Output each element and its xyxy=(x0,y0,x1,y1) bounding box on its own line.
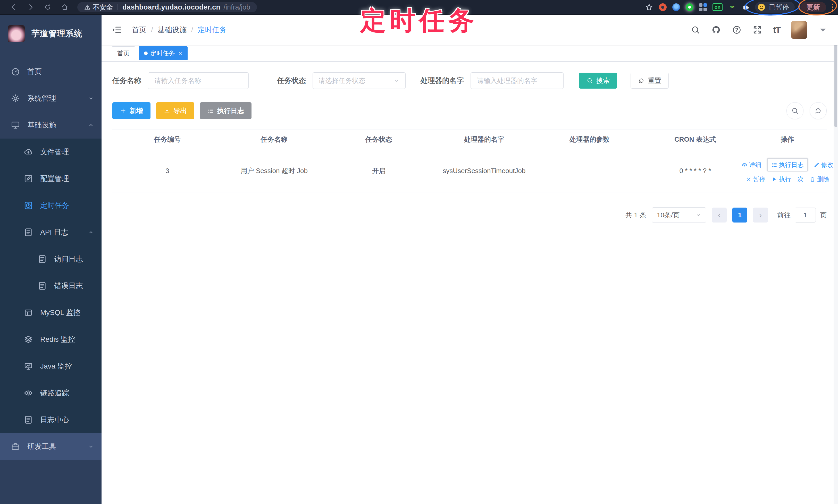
browser-back-icon[interactable] xyxy=(10,3,18,11)
page-content: 任务名称 任务状态 请选择任务状态 处理器的名字 搜索 xyxy=(102,61,838,504)
on-badge[interactable]: on xyxy=(713,3,722,11)
close-icon[interactable]: × xyxy=(179,50,182,57)
search-icon xyxy=(791,107,799,114)
monitor-icon xyxy=(11,121,20,130)
user-avatar[interactable] xyxy=(791,21,807,39)
prev-page-button[interactable]: ‹ xyxy=(712,208,727,222)
tag-scheduled-jobs[interactable]: 定时任务 × xyxy=(139,46,188,60)
tag-home[interactable]: 首页 xyxy=(112,46,135,60)
sidebar-item-java-monitor[interactable]: Java 监控 xyxy=(0,353,102,380)
browser-forward-icon[interactable] xyxy=(27,3,35,11)
caret-down-icon[interactable] xyxy=(818,25,828,35)
sidebar-item-label: Redis 监控 xyxy=(40,335,94,344)
fullscreen-icon[interactable] xyxy=(752,25,762,35)
tag-label: 定时任务 xyxy=(150,49,175,57)
puzzle-extensions-icon[interactable] xyxy=(741,3,749,11)
sidebar-menu: 首页 系统管理 基础设施 文件管理 配置管理 xyxy=(0,58,102,460)
hide-search-button[interactable] xyxy=(786,102,803,119)
action-exec-log[interactable]: 执行日志 xyxy=(767,158,808,172)
search-icon xyxy=(587,77,593,84)
current-page[interactable]: 1 xyxy=(732,208,747,222)
extension-icon[interactable] xyxy=(672,3,680,11)
profile-paused-chip[interactable]: 已暂停 xyxy=(755,2,795,13)
display-icon xyxy=(24,362,33,371)
add-button[interactable]: 新增 xyxy=(112,102,151,119)
sidebar-item-config-manage[interactable]: 配置管理 xyxy=(0,165,102,192)
job-name-label: 任务名称 xyxy=(112,76,141,86)
action-pause[interactable]: 暂停 xyxy=(746,175,766,183)
browser-reload-icon[interactable] xyxy=(44,3,52,11)
sprout-extension-icon[interactable] xyxy=(728,3,736,11)
exec-log-button[interactable]: 执行日志 xyxy=(200,102,251,119)
job-status-select[interactable]: 请选择任务状态 xyxy=(313,72,406,89)
sidebar-item-error-log[interactable]: 错误日志 xyxy=(0,272,102,299)
next-page-button[interactable]: › xyxy=(753,208,768,222)
sidebar-item-scheduled-jobs[interactable]: 定时任务 xyxy=(0,192,102,219)
emoji-avatar-icon xyxy=(757,3,766,12)
update-button[interactable]: 更新 xyxy=(800,2,826,12)
sidebar-item-file-manage[interactable]: 文件管理 xyxy=(0,139,102,165)
sidebar-item-system[interactable]: 系统管理 xyxy=(0,85,102,112)
action-run-once[interactable]: 执行一次 xyxy=(771,175,804,183)
sidebar-item-label: 文件管理 xyxy=(40,147,94,157)
action-label: 删除 xyxy=(817,175,830,183)
handler-name-input[interactable] xyxy=(476,76,558,85)
sidebar-item-label: MySQL 监控 xyxy=(40,308,94,318)
tag-label: 首页 xyxy=(117,49,129,57)
sidebar-item-redis-monitor[interactable]: Redis 监控 xyxy=(0,326,102,353)
sidebar-item-log-center[interactable]: 日志中心 xyxy=(0,407,102,433)
extension-icon[interactable] xyxy=(686,3,694,11)
sidebar-item-infra[interactable]: 基础设施 xyxy=(0,112,102,139)
sidebar: 芋道管理系统 首页 系统管理 基础设施 文件管理 xyxy=(0,14,102,504)
add-button-label: 新增 xyxy=(129,106,143,115)
chevron-down-icon xyxy=(394,77,400,84)
filter-form: 任务名称 任务状态 请选择任务状态 处理器的名字 搜索 xyxy=(112,72,827,89)
sidebar-collapse-icon[interactable] xyxy=(112,25,122,35)
security-warning[interactable]: 不安全 xyxy=(84,3,113,12)
sidebar-item-access-log[interactable]: 访问日志 xyxy=(0,246,102,272)
page-scrollbar[interactable] xyxy=(834,14,838,504)
sidebar-item-api-log[interactable]: API 日志 xyxy=(0,219,102,246)
extension-grid-icon[interactable] xyxy=(699,3,707,11)
export-button[interactable]: 导出 xyxy=(156,102,194,119)
goto-page-input[interactable] xyxy=(795,208,816,222)
reset-button[interactable]: 重置 xyxy=(631,73,669,89)
sidebar-item-label: API 日志 xyxy=(40,228,81,237)
sidebar-item-home[interactable]: 首页 xyxy=(0,58,102,85)
page-size-select[interactable]: 10条/页 xyxy=(652,207,706,223)
bookmark-star-icon[interactable] xyxy=(645,3,653,11)
sidebar-item-mysql-monitor[interactable]: MySQL 监控 xyxy=(0,299,102,326)
action-delete[interactable]: 删除 xyxy=(809,175,830,183)
url-divider xyxy=(118,4,118,10)
search-button[interactable]: 搜索 xyxy=(579,73,617,89)
col-job-name: 任务名称 xyxy=(222,130,326,149)
job-name-input[interactable] xyxy=(154,76,243,85)
list-icon xyxy=(207,107,214,114)
action-edit[interactable]: 修改 xyxy=(814,161,834,169)
toolbar-right xyxy=(786,102,827,119)
app-logo[interactable]: 芋道管理系统 xyxy=(0,14,102,53)
action-detail[interactable]: 详细 xyxy=(741,161,762,169)
breadcrumb-separator: / xyxy=(191,26,193,34)
handler-name-input-wrap xyxy=(471,72,563,89)
goto-suffix: 页 xyxy=(820,211,827,220)
sidebar-item-tracing[interactable]: 链路追踪 xyxy=(0,380,102,407)
browser-home-icon[interactable] xyxy=(61,3,69,11)
sidebar-item-dev-tools[interactable]: 研发工具 xyxy=(0,433,102,460)
breadcrumb-infra[interactable]: 基础设施 xyxy=(158,25,187,35)
search-icon[interactable] xyxy=(691,25,700,35)
cell-job-id: 3 xyxy=(112,149,222,192)
chevron-down-icon xyxy=(696,212,701,218)
help-icon[interactable] xyxy=(732,25,741,35)
browser-menu-icon[interactable] xyxy=(832,4,833,11)
extension-icon[interactable] xyxy=(659,3,667,11)
breadcrumb-home[interactable]: 首页 xyxy=(132,25,146,35)
font-size-icon[interactable]: tT xyxy=(773,25,780,35)
table-header-row: 任务编号 任务名称 任务状态 处理器的名字 处理器的参数 CRON 表达式 操作 xyxy=(112,130,827,149)
address-bar[interactable]: 不安全 dashboard.yudao.iocoder.cn/infra/job xyxy=(77,2,257,12)
refresh-icon xyxy=(814,107,822,114)
sidebar-item-label: 链路追踪 xyxy=(40,388,94,398)
pagination: 共 1 条 10条/页 ‹ 1 › 前往 页 xyxy=(112,207,827,223)
refresh-table-button[interactable] xyxy=(810,102,827,119)
github-icon[interactable] xyxy=(711,25,721,35)
